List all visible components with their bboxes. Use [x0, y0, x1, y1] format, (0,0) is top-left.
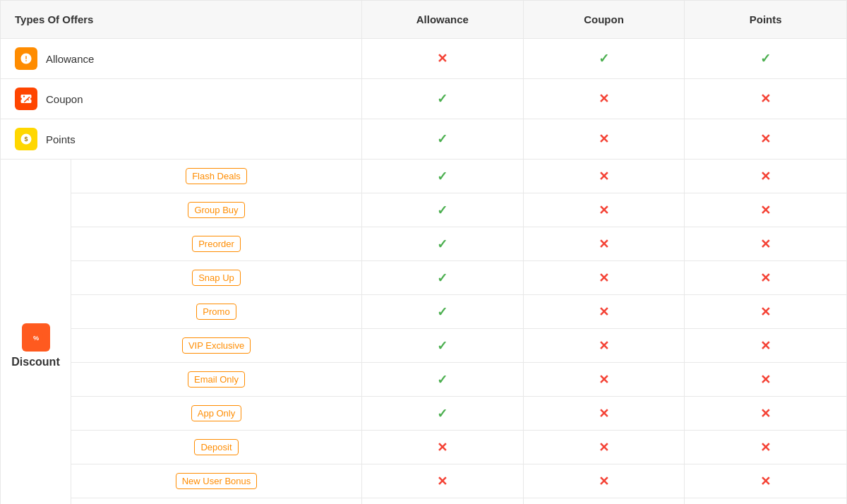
- check-icon: ✓: [760, 51, 771, 66]
- check-icon: ✓: [437, 169, 447, 184]
- flash-deals-label: Flash Deals: [71, 160, 362, 193]
- group-buy-col3: ✕: [524, 193, 685, 227]
- cross-icon: ✕: [599, 91, 609, 107]
- vip-exclusive-tag: VIP Exclusive: [182, 337, 251, 354]
- cross-icon: ✕: [760, 406, 771, 421]
- group-buy-col4: ✕: [685, 193, 846, 227]
- snap-up-col4: ✕: [685, 261, 846, 294]
- new-user-bonus-tag: New User Bonus: [176, 473, 258, 489]
- table-row: Preorder ✓ ✕ ✕: [71, 227, 846, 261]
- discount-sub-rows: Flash Deals ✓ ✕ ✕ Group Buy ✓ ✕ ✕ Preord…: [71, 160, 846, 504]
- email-only-col2: ✓: [362, 363, 524, 396]
- allowance-col4: ✓: [685, 39, 846, 78]
- allowance-col3: ✓: [524, 39, 685, 78]
- promo-tag: Promo: [196, 304, 236, 320]
- preorder-col4: ✕: [685, 227, 846, 260]
- table-row: Group Buy ✓ ✕ ✕: [71, 193, 846, 227]
- promo-col4: ✕: [685, 295, 846, 328]
- cross-icon: ✕: [599, 406, 609, 421]
- cross-icon: ✕: [599, 304, 609, 320]
- preorder-tag: Preorder: [192, 236, 241, 252]
- cross-icon: ✕: [760, 236, 771, 252]
- cross-icon: ✕: [760, 474, 771, 489]
- new-user-bonus-col2: ✕: [362, 464, 524, 498]
- new-user-bonus-col3: ✕: [524, 464, 685, 498]
- discount-label-cell: % Discount: [1, 160, 71, 504]
- vip-exclusive-col2: ✓: [362, 329, 524, 362]
- table-row: App Only ✓ ✕ ✕: [71, 397, 846, 431]
- svg-text:%: %: [32, 335, 38, 342]
- deposit-label: Deposit: [71, 431, 362, 464]
- app-only-col4: ✕: [685, 397, 846, 430]
- cross-icon: ✕: [599, 203, 609, 218]
- check-icon: ✓: [437, 203, 447, 218]
- vip-exclusive-col4: ✕: [685, 329, 846, 362]
- cross-icon: ✕: [760, 91, 771, 107]
- cross-icon: ✕: [437, 440, 447, 455]
- check-icon: ✓: [437, 236, 447, 252]
- check-icon: ✓: [437, 406, 447, 421]
- cross-icon: ✕: [599, 338, 609, 354]
- cross-icon: ✕: [599, 474, 609, 489]
- table-row: Snap Up ✓ ✕ ✕: [71, 261, 846, 295]
- coupon-label-cell: Coupon: [1, 79, 362, 119]
- new-user-bonus-col4: ✕: [685, 464, 846, 498]
- cross-icon: ✕: [760, 372, 771, 388]
- free-gift-col2: ✕: [362, 498, 524, 504]
- deposit-col3: ✕: [524, 431, 685, 464]
- check-icon: ✓: [599, 51, 609, 66]
- cross-icon: ✕: [599, 372, 609, 388]
- table-row: VIP Exclusive ✓ ✕ ✕: [71, 329, 846, 363]
- coupon-col3: ✕: [524, 79, 685, 119]
- free-gift-col3: ✕: [524, 498, 685, 504]
- preorder-label: Preorder: [71, 227, 362, 260]
- cross-icon: ✕: [760, 304, 771, 320]
- flash-deals-col4: ✕: [685, 160, 846, 193]
- app-only-col3: ✕: [524, 397, 685, 430]
- check-icon: ✓: [437, 338, 447, 354]
- check-icon: ✓: [437, 91, 447, 107]
- group-buy-tag: Group Buy: [188, 202, 244, 218]
- app-only-tag: App Only: [191, 405, 241, 421]
- cross-icon: ✕: [760, 131, 771, 147]
- cross-icon: ✕: [760, 338, 771, 354]
- points-col4: ✕: [685, 119, 846, 159]
- points-label-cell: $ Points: [1, 119, 362, 159]
- coupon-col2: ✓: [362, 79, 524, 119]
- deposit-tag: Deposit: [194, 439, 238, 455]
- preorder-col2: ✓: [362, 227, 524, 260]
- email-only-tag: Email Only: [188, 371, 245, 388]
- cross-icon: ✕: [760, 440, 771, 455]
- vip-exclusive-label: VIP Exclusive: [71, 329, 362, 362]
- flash-deals-tag: Flash Deals: [186, 168, 247, 184]
- cross-icon: ✕: [599, 169, 609, 184]
- check-icon: ✓: [437, 131, 447, 147]
- table-row: Deposit ✕ ✕ ✕: [71, 431, 846, 464]
- email-only-label: Email Only: [71, 363, 362, 396]
- allowance-label-cell: Allowance: [1, 39, 362, 78]
- header-col2: Allowance: [362, 1, 524, 38]
- flash-deals-col3: ✕: [524, 160, 685, 193]
- header-col3: Coupon: [524, 1, 685, 38]
- cross-icon: ✕: [437, 474, 447, 489]
- flash-deals-col2: ✓: [362, 160, 524, 193]
- coupon-col4: ✕: [685, 79, 846, 119]
- snap-up-col2: ✓: [362, 261, 524, 294]
- cross-icon: ✕: [760, 203, 771, 218]
- cross-icon: ✕: [437, 51, 447, 66]
- snap-up-col3: ✕: [524, 261, 685, 294]
- email-only-col3: ✕: [524, 363, 685, 396]
- email-only-col4: ✕: [685, 363, 846, 396]
- cross-icon: ✕: [599, 236, 609, 252]
- points-col3: ✕: [524, 119, 685, 159]
- discount-text: Discount: [11, 356, 59, 368]
- table-row: Promo ✓ ✕ ✕: [71, 295, 846, 329]
- deposit-col2: ✕: [362, 431, 524, 464]
- points-icon: $: [15, 128, 37, 150]
- discount-icon: %: [22, 323, 50, 352]
- app-only-label: App Only: [71, 397, 362, 430]
- cross-icon: ✕: [760, 169, 771, 184]
- promo-col2: ✓: [362, 295, 524, 328]
- cross-icon: ✕: [599, 131, 609, 147]
- coupon-icon: [15, 88, 37, 110]
